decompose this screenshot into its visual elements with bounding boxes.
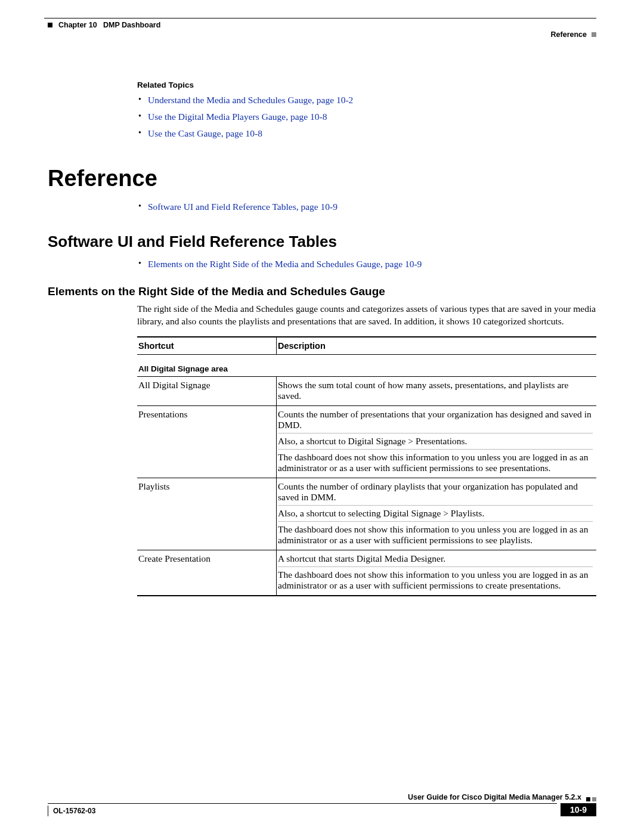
table-header-description: Description bbox=[277, 337, 597, 355]
xref-link[interactable]: Use the Digital Media Players Gauge, pag… bbox=[148, 112, 327, 122]
cell-para: Counts the number of ordinary playlists … bbox=[278, 481, 593, 503]
cell-para: Also, a shortcut to Digital Signage > Pr… bbox=[278, 433, 593, 447]
footer-page-number: 10-9 bbox=[561, 803, 596, 816]
related-topics-list: Understand the Media and Schedules Gauge… bbox=[137, 93, 596, 141]
software-ui-contents-list: Elements on the Right Side of the Media … bbox=[137, 257, 596, 272]
cell-para: The dashboard does not show this informa… bbox=[278, 521, 593, 546]
cell-para: Counts the number of presentations that … bbox=[278, 409, 593, 431]
cell-shortcut: Presentations bbox=[137, 405, 277, 478]
cell-shortcut: Create Presentation bbox=[137, 550, 277, 596]
cell-para: The dashboard does not show this informa… bbox=[278, 566, 593, 591]
cell-para: Also, a shortcut to selecting Digital Si… bbox=[278, 505, 593, 519]
xref-link[interactable]: Software UI and Field Reference Tables, … bbox=[148, 202, 338, 212]
footer-doc-id: OL-15762-03 bbox=[53, 807, 95, 815]
cell-shortcut: All Digital Signage bbox=[137, 376, 277, 405]
table-section-row: All Digital Signage area bbox=[137, 354, 596, 376]
related-topics-heading: Related Topics bbox=[137, 80, 596, 89]
cell-description: A shortcut that starts Digital Media Des… bbox=[277, 550, 597, 596]
intro-paragraph: The right side of the Media and Schedule… bbox=[137, 303, 596, 328]
related-topics-block: Related Topics Understand the Media and … bbox=[137, 80, 596, 141]
heading-elements-right-side: Elements on the Right Side of the Media … bbox=[48, 285, 596, 298]
table-section-label: All Digital Signage area bbox=[137, 354, 596, 376]
cell-description: Counts the number of presentations that … bbox=[277, 405, 597, 478]
footer-marker-icon bbox=[586, 797, 596, 801]
cell-description: Shows the sum total count of how many as… bbox=[277, 376, 597, 405]
header-rule bbox=[44, 18, 596, 18]
chapter-label: Chapter 10 bbox=[58, 21, 97, 29]
section-name: Reference bbox=[551, 30, 587, 39]
page-footer: User Guide for Cisco Digital Media Manag… bbox=[48, 793, 596, 816]
heading-software-ui: Software UI and Field Reference Tables bbox=[48, 233, 596, 251]
cell-description: Counts the number of ordinary playlists … bbox=[277, 478, 597, 550]
chapter-title: DMP Dashboard bbox=[103, 21, 160, 29]
footer-guide-title: User Guide for Cisco Digital Media Manag… bbox=[408, 793, 581, 801]
footer-divider-icon bbox=[48, 806, 48, 816]
cell-para: A shortcut that starts Digital Media Des… bbox=[278, 553, 593, 564]
header-marker-icon bbox=[592, 32, 596, 37]
cell-shortcut: Playlists bbox=[137, 478, 277, 550]
table-row: Presentations Counts the number of prese… bbox=[137, 405, 596, 478]
table-row: Playlists Counts the number of ordinary … bbox=[137, 478, 596, 550]
running-header-left: Chapter 10 DMP Dashboard bbox=[48, 20, 596, 29]
reference-contents-list: Software UI and Field Reference Tables, … bbox=[137, 200, 596, 215]
cell-para: Shows the sum total count of how many as… bbox=[278, 380, 593, 401]
running-header-right: Reference bbox=[48, 30, 596, 39]
xref-link[interactable]: Use the Cast Gauge, page 10-8 bbox=[148, 128, 262, 138]
table-row: Create Presentation A shortcut that star… bbox=[137, 550, 596, 596]
table-header-shortcut: Shortcut bbox=[137, 337, 277, 355]
heading-reference: Reference bbox=[48, 166, 596, 191]
xref-link[interactable]: Understand the Media and Schedules Gauge… bbox=[148, 95, 353, 105]
xref-link[interactable]: Elements on the Right Side of the Media … bbox=[148, 259, 422, 269]
header-marker-icon bbox=[48, 23, 52, 27]
cell-para: The dashboard does not show this informa… bbox=[278, 449, 593, 473]
table-row: All Digital Signage Shows the sum total … bbox=[137, 376, 596, 405]
reference-table: Shortcut Description All Digital Signage… bbox=[137, 336, 596, 596]
